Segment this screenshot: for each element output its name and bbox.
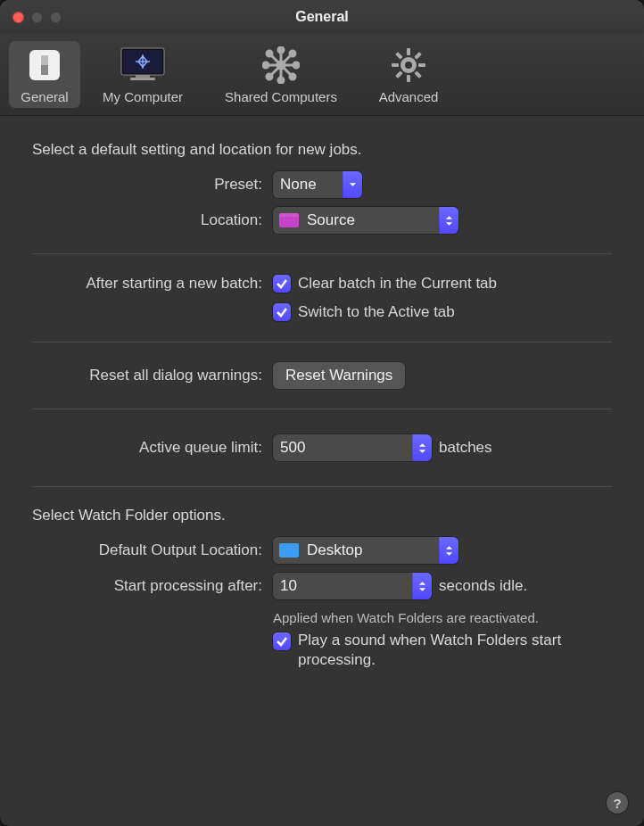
snowflake-icon [262, 46, 300, 84]
queue-limit-value: 500 [273, 439, 412, 457]
divider [32, 486, 612, 487]
output-location-label: Default Output Location: [32, 541, 273, 559]
svg-point-19 [267, 74, 272, 79]
tab-my-computer[interactable]: My Computer [87, 41, 198, 108]
switch-active-checkbox[interactable] [273, 303, 291, 321]
divider [32, 342, 612, 343]
switch-active-label: Switch to the Active tab [298, 302, 455, 322]
after-batch-label: After starting a new batch: [32, 275, 273, 293]
svg-point-12 [278, 47, 284, 53]
play-sound-checkbox[interactable] [273, 632, 291, 650]
tab-shared-label: Shared Computers [225, 89, 337, 104]
location-label: Location: [32, 211, 273, 229]
svg-point-18 [290, 51, 295, 56]
reset-warnings-button[interactable]: Reset Warnings [273, 362, 405, 389]
chevron-updown-icon [439, 537, 458, 564]
chevron-updown-icon [412, 434, 432, 461]
svg-point-14 [263, 62, 268, 68]
start-processing-suffix: seconds idle. [439, 577, 527, 595]
zoom-window-button[interactable] [50, 12, 62, 23]
monitor-icon [118, 46, 168, 84]
chevron-down-icon [343, 171, 362, 198]
svg-rect-22 [407, 75, 410, 82]
svg-rect-21 [407, 48, 410, 55]
output-location-select[interactable]: Desktop [273, 537, 458, 564]
location-select[interactable]: Source [273, 207, 458, 234]
gear-icon [390, 46, 427, 84]
svg-point-13 [278, 78, 284, 83]
svg-rect-23 [392, 63, 399, 67]
svg-rect-24 [418, 63, 425, 67]
preset-label: Preset: [32, 176, 273, 194]
svg-rect-25 [414, 52, 421, 59]
content-pane: Select a default setting and location fo… [0, 116, 644, 697]
tab-my-computer-label: My Computer [103, 89, 183, 104]
play-sound-label: Play a sound when Watch Folders start pr… [298, 631, 566, 670]
clear-batch-label: Clear batch in the Current tab [298, 274, 497, 293]
tab-shared-computers[interactable]: Shared Computers [205, 41, 357, 108]
preset-value: None [273, 176, 343, 194]
divider [32, 409, 612, 409]
defaults-heading: Select a default setting and location fo… [32, 141, 612, 159]
start-processing-value: 10 [273, 577, 412, 595]
tab-general[interactable]: General [9, 41, 80, 108]
watch-folder-note: Applied when Watch Folders are reactivat… [273, 610, 539, 625]
svg-point-29 [405, 62, 412, 69]
queue-limit-label: Active queue limit: [32, 439, 273, 457]
start-processing-select[interactable]: 10 [273, 573, 432, 599]
chevron-updown-icon [439, 207, 458, 234]
reset-warnings-label: Reset all dialog warnings: [32, 367, 273, 384]
close-window-button[interactable] [12, 12, 24, 23]
folder-icon [278, 211, 300, 229]
folder-icon [278, 541, 300, 559]
preferences-window: General General [0, 0, 644, 826]
svg-rect-2 [41, 55, 48, 65]
output-location-value: Desktop [300, 541, 439, 559]
titlebar: General [0, 0, 644, 34]
svg-rect-26 [395, 70, 402, 78]
svg-point-15 [293, 62, 299, 68]
svg-rect-5 [136, 75, 150, 78]
help-button[interactable]: ? [607, 792, 628, 814]
svg-rect-27 [395, 52, 402, 59]
general-icon [26, 46, 63, 84]
start-processing-label: Start processing after: [32, 577, 273, 595]
chevron-updown-icon [412, 573, 432, 599]
minimize-window-button[interactable] [31, 12, 43, 23]
window-controls [12, 12, 62, 23]
preset-select[interactable]: None [273, 171, 362, 198]
svg-point-17 [290, 74, 295, 79]
tab-advanced-label: Advanced [379, 89, 439, 104]
tab-general-label: General [21, 89, 68, 104]
svg-rect-6 [130, 78, 155, 80]
reset-warnings-button-label: Reset Warnings [285, 367, 392, 384]
svg-point-16 [267, 51, 272, 56]
watch-folder-heading: Select Watch Folder options. [32, 507, 612, 525]
divider [32, 253, 612, 254]
window-title: General [295, 9, 349, 25]
clear-batch-checkbox[interactable] [273, 275, 291, 293]
help-icon: ? [613, 796, 621, 811]
svg-point-11 [277, 62, 285, 69]
queue-limit-suffix: batches [439, 439, 492, 457]
queue-limit-select[interactable]: 500 [273, 434, 432, 461]
svg-rect-28 [414, 70, 421, 78]
tab-advanced[interactable]: Advanced [364, 41, 453, 108]
location-value: Source [300, 211, 439, 229]
toolbar: General My Computer [0, 34, 644, 116]
